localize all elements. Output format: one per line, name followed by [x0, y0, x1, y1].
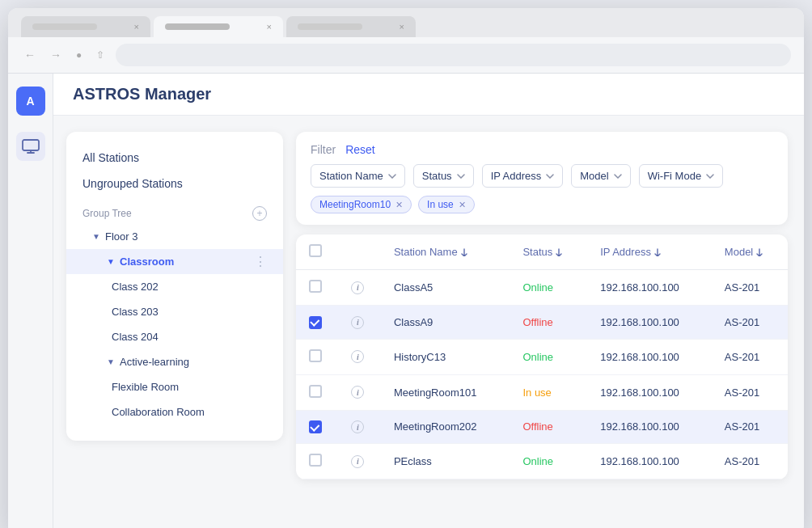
- back-button[interactable]: ←: [21, 47, 39, 63]
- floor3-node[interactable]: ▼ Floor 3 ⋮: [66, 224, 283, 249]
- info-icon[interactable]: i: [351, 350, 364, 363]
- active-learning-chevron-icon: ▼: [105, 357, 116, 368]
- reset-button[interactable]: Reset: [345, 143, 375, 156]
- browser-tab-3[interactable]: ×: [286, 16, 416, 37]
- app-header: ASTROS Manager: [53, 74, 804, 116]
- add-group-button[interactable]: +: [252, 206, 267, 221]
- classroom-node[interactable]: ▼ Classroom ⋮: [66, 249, 283, 274]
- model-dropdown[interactable]: Model: [571, 164, 630, 188]
- row-info-cell: i: [335, 444, 381, 479]
- browser-tab-2[interactable]: ×: [154, 16, 283, 37]
- app-container: A ASTROS Manager All Stations: [8, 74, 804, 528]
- main-content: ASTROS Manager All Stations Ungrouped St…: [53, 74, 804, 528]
- tab-2-label: [165, 23, 230, 30]
- row-ip: 192.168.100.100: [587, 339, 712, 374]
- table-row[interactable]: i ClassA5 Online 192.168.100.100 AS-201: [296, 270, 788, 306]
- row-status: Online: [510, 270, 587, 306]
- row-model: AS-201: [712, 410, 788, 444]
- info-icon[interactable]: i: [351, 316, 364, 329]
- info-icon[interactable]: i: [351, 386, 364, 399]
- row-status: Offline: [510, 306, 587, 340]
- active-learning-node[interactable]: ▼ Active-learning ⋮: [66, 349, 283, 374]
- row-checkbox-cell: [296, 410, 335, 444]
- info-icon[interactable]: i: [351, 455, 364, 468]
- all-stations-item[interactable]: All Stations: [66, 145, 283, 171]
- tabs-row: × × ×: [21, 16, 791, 37]
- content-area: All Stations Ungrouped Stations Group Tr…: [53, 116, 804, 528]
- refresh-button[interactable]: ●: [73, 48, 85, 62]
- stations-table: Station Name Status: [296, 234, 788, 479]
- tab-2-close[interactable]: ×: [267, 22, 272, 32]
- tab-1-label: [32, 23, 97, 30]
- row-station-name: HistoryC13: [381, 339, 510, 374]
- flexible-room-node[interactable]: Flexible Room ⋮: [66, 374, 283, 399]
- row-checkbox-cell: [296, 270, 335, 306]
- row-checkbox-cell: [296, 339, 335, 374]
- ungrouped-stations-item[interactable]: Ungrouped Stations: [66, 171, 283, 196]
- browser-toolbar: ← → ● ⇧: [8, 37, 804, 74]
- row-checkbox-cell: [296, 306, 335, 340]
- table-row[interactable]: i PEclass Online 192.168.100.100 AS-201: [296, 444, 788, 479]
- row-checkbox[interactable]: [309, 280, 322, 293]
- address-bar[interactable]: [116, 44, 791, 66]
- row-model: AS-201: [712, 374, 788, 410]
- status-dropdown[interactable]: Status: [413, 164, 474, 188]
- filter-dropdowns: Station Name Status IP Address: [311, 164, 773, 188]
- forward-button[interactable]: →: [47, 47, 65, 63]
- row-checkbox[interactable]: [309, 385, 322, 398]
- table-row[interactable]: i ClassA9 Offline 192.168.100.100 AS-201: [296, 306, 788, 340]
- row-ip: 192.168.100.100: [587, 374, 712, 410]
- browser-tab-1[interactable]: ×: [21, 16, 150, 37]
- row-checkbox[interactable]: [309, 349, 322, 362]
- row-station-name: ClassA5: [381, 270, 510, 306]
- station-name-dropdown[interactable]: Station Name: [311, 164, 405, 188]
- app-title: ASTROS Manager: [73, 85, 211, 103]
- row-ip: 192.168.100.100: [587, 306, 712, 340]
- tag-meetingroom10-close[interactable]: ✕: [395, 200, 403, 210]
- row-info-cell: i: [335, 270, 381, 306]
- collaboration-room-node[interactable]: Collaboration Room ⋮: [66, 399, 283, 425]
- table-panel: Station Name Status: [296, 234, 788, 479]
- home-button[interactable]: ⇧: [93, 48, 108, 62]
- col-status-header[interactable]: Status: [510, 234, 587, 270]
- tab-3-close[interactable]: ×: [400, 22, 404, 32]
- class203-node[interactable]: Class 203 ⋮: [66, 299, 283, 324]
- table-row[interactable]: i HistoryC13 Online 192.168.100.100 AS-2…: [296, 339, 788, 374]
- class202-node[interactable]: Class 202 ⋮: [66, 274, 283, 299]
- row-info-cell: i: [335, 374, 381, 410]
- svg-rect-0: [23, 140, 39, 150]
- tab-1-close[interactable]: ×: [134, 22, 139, 32]
- row-ip: 192.168.100.100: [587, 410, 712, 444]
- row-info-cell: i: [335, 306, 381, 340]
- stations-icon[interactable]: [16, 132, 45, 161]
- row-model: AS-201: [712, 339, 788, 374]
- floor3-chevron-icon: ▼: [91, 231, 102, 243]
- table-row[interactable]: i MeetingRoom202 Offline 192.168.100.100…: [296, 410, 788, 444]
- select-all-checkbox[interactable]: [309, 244, 322, 257]
- row-checkbox[interactable]: [309, 316, 322, 329]
- table-row[interactable]: i MeetingRoom101 In use 192.168.100.100 …: [296, 374, 788, 410]
- row-model: AS-201: [712, 444, 788, 479]
- row-station-name: PEclass: [381, 444, 510, 479]
- row-checkbox[interactable]: [309, 420, 322, 433]
- row-checkbox[interactable]: [309, 454, 322, 467]
- row-status: Online: [510, 339, 587, 374]
- tab-3-label: [298, 23, 362, 30]
- col-ip-header[interactable]: IP Address: [587, 234, 712, 270]
- filter-bar: Filter Reset Station Name Status: [296, 132, 788, 225]
- filter-tag-meetingroom10: MeetingRoom10 ✕: [311, 196, 412, 213]
- wifi-mode-dropdown[interactable]: Wi-Fi Mode: [639, 164, 723, 188]
- classroom-more-icon[interactable]: ⋮: [254, 254, 267, 269]
- info-icon[interactable]: i: [351, 281, 364, 294]
- col-station-name-header[interactable]: Station Name: [381, 234, 510, 270]
- class204-node[interactable]: Class 204 ⋮: [66, 324, 283, 349]
- group-tree-label: Group Tree +: [66, 203, 283, 224]
- app-logo-icon: A: [16, 87, 45, 116]
- ip-address-dropdown[interactable]: IP Address: [482, 164, 564, 188]
- info-icon[interactable]: i: [351, 420, 364, 433]
- col-info-header: [335, 234, 381, 270]
- col-model-header[interactable]: Model: [712, 234, 788, 270]
- row-station-name: MeetingRoom101: [381, 374, 510, 410]
- row-status: In use: [510, 374, 587, 410]
- tag-inuse-close[interactable]: ✕: [459, 200, 466, 210]
